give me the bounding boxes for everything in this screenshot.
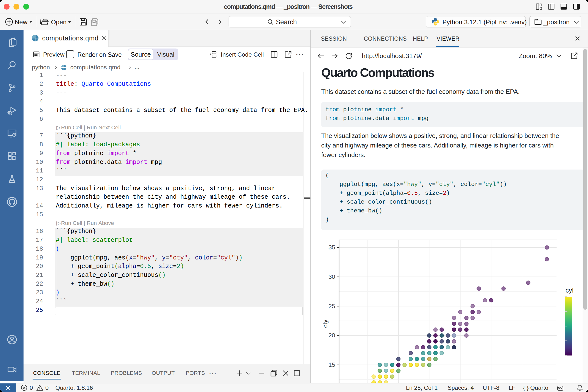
svg-text:15: 15 [328, 362, 335, 368]
svg-text:cty: cty [322, 319, 329, 328]
svg-text:35: 35 [328, 244, 335, 251]
svg-text:cyl: cyl [566, 287, 574, 294]
svg-text:30: 30 [328, 274, 335, 280]
svg-text:20: 20 [328, 332, 335, 338]
svg-text:25: 25 [328, 303, 335, 310]
